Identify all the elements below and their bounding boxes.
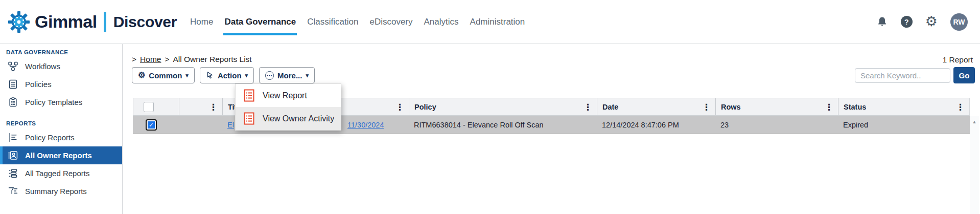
breadcrumb-separator: > bbox=[132, 55, 136, 64]
sidebar-item-label: Policy Templates bbox=[25, 98, 82, 106]
row-cell-rows: 23 bbox=[715, 116, 838, 134]
check-icon: ✓ bbox=[149, 121, 154, 129]
menu-item-view-owner-activity[interactable]: View Owner Activity bbox=[236, 107, 341, 130]
more-dropdown-button[interactable]: ⋯ More... ▾ bbox=[259, 67, 315, 83]
column-menu-icon[interactable]: ⋮ bbox=[395, 101, 404, 112]
header-cell-rows[interactable]: Rows ⋮ bbox=[716, 98, 838, 115]
more-ellipsis-icon: ⋯ bbox=[265, 71, 274, 80]
owner-card-icon bbox=[7, 151, 18, 160]
sidebar-item-all-owner-reports[interactable]: All Owner Reports bbox=[0, 146, 122, 164]
action-button-label: Action bbox=[218, 71, 242, 80]
report-count: 1 Report bbox=[943, 55, 973, 65]
app-root: Gimmal Discover Home Data Governance Cla… bbox=[0, 0, 980, 214]
chevron-down-icon: ▾ bbox=[245, 72, 248, 79]
funnel-icon bbox=[7, 186, 18, 196]
product-name: Discover bbox=[113, 13, 177, 31]
sidebar-item-label: Policy Reports bbox=[25, 133, 75, 142]
table-scrollbar[interactable]: ▲ bbox=[970, 116, 979, 214]
search-area: Go bbox=[855, 67, 975, 83]
nav-classification[interactable]: Classification bbox=[307, 15, 358, 29]
row-cell-status: Expired bbox=[838, 116, 969, 134]
help-icon[interactable]: ? bbox=[901, 16, 913, 28]
sidebar-item-label: All Owner Reports bbox=[25, 151, 92, 160]
menu-item-view-report[interactable]: View Report bbox=[236, 84, 341, 107]
row-checkbox-checked[interactable]: ✓ bbox=[147, 120, 156, 130]
row-cell-policy: RITM6638014 - Elevance Roll Off Scan bbox=[409, 116, 597, 134]
report-document-icon bbox=[244, 89, 254, 102]
go-button[interactable]: Go bbox=[953, 67, 975, 83]
nav-home[interactable]: Home bbox=[190, 15, 213, 29]
settings-gear-icon[interactable]: ⚙ bbox=[925, 15, 938, 29]
row-cell-checkbox: ✓ bbox=[133, 116, 179, 134]
gimmal-gear-logo-icon bbox=[7, 10, 31, 34]
chevron-down-icon: ▾ bbox=[306, 72, 309, 79]
sidebar-item-policies[interactable]: Policies bbox=[0, 75, 122, 93]
report-title-link[interactable]: El bbox=[227, 121, 234, 129]
sidebar-item-label: All Tagged Reports bbox=[25, 169, 89, 178]
menu-item-label: View Owner Activity bbox=[263, 114, 334, 123]
sidebar-section-reports: REPORTS bbox=[0, 117, 122, 129]
common-button-label: Common bbox=[149, 71, 182, 80]
sidebar-item-policy-reports[interactable]: Policy Reports bbox=[0, 129, 122, 146]
header-cell-checkbox bbox=[133, 98, 179, 115]
column-menu-icon[interactable]: ⋮ bbox=[702, 101, 711, 112]
report-lines-icon bbox=[7, 133, 18, 142]
search-input[interactable] bbox=[855, 68, 950, 83]
nav-analytics[interactable]: Analytics bbox=[424, 15, 459, 29]
toolbar: ⚙ Common ▾ Action ▾ ⋯ More... ▾ bbox=[132, 67, 315, 83]
sidebar-item-label: Policies bbox=[25, 80, 52, 89]
header-cell-policy[interactable]: Policy ⋮ bbox=[409, 98, 597, 115]
more-button-label: More... bbox=[277, 71, 302, 80]
sidebar-item-workflows[interactable]: Workflows bbox=[0, 57, 122, 75]
column-label-status: Status bbox=[844, 103, 866, 111]
nav-ediscovery[interactable]: eDiscovery bbox=[369, 15, 412, 29]
brand-separator bbox=[104, 12, 106, 32]
sidebar-item-all-tagged-reports[interactable]: All Tagged Reports bbox=[0, 164, 122, 182]
workflow-icon bbox=[7, 61, 18, 71]
header-cell-status[interactable]: Status ⋮ bbox=[838, 98, 969, 115]
top-bar: Gimmal Discover Home Data Governance Cla… bbox=[0, 0, 980, 44]
column-menu-icon[interactable]: ⋮ bbox=[956, 101, 965, 112]
common-dropdown-button[interactable]: ⚙ Common ▾ bbox=[132, 67, 195, 83]
header-cell-date[interactable]: Date ⋮ bbox=[597, 98, 716, 115]
sidebar-item-summary-reports[interactable]: Summary Reports bbox=[0, 182, 122, 200]
chevron-down-icon: ▾ bbox=[185, 72, 189, 79]
policies-list-icon bbox=[7, 79, 18, 89]
gimmal-logo[interactable]: Gimmal Discover bbox=[0, 10, 177, 34]
more-dropdown-menu: View Report View Owner Activity bbox=[235, 83, 341, 131]
clipboard-icon bbox=[7, 97, 18, 107]
column-label-date: Date bbox=[602, 103, 618, 111]
breadcrumb: > Home > All Owner Reports List bbox=[132, 55, 252, 64]
sidebar: DATA GOVERNANCE Workflows Policies bbox=[0, 44, 123, 214]
brand-name: Gimmal bbox=[35, 12, 97, 32]
select-all-checkbox[interactable] bbox=[144, 102, 154, 112]
scroll-up-arrow-icon[interactable]: ▲ bbox=[972, 119, 977, 124]
top-bar-actions: ? ⚙ RW bbox=[876, 13, 980, 31]
action-dropdown-button[interactable]: Action ▾ bbox=[200, 67, 254, 83]
header-cell-blank: ⋮ bbox=[179, 98, 223, 115]
report-title-link[interactable]: 11/30/2024 bbox=[347, 121, 384, 129]
breadcrumb-separator: > bbox=[165, 55, 169, 64]
main-content: > Home > All Owner Reports List 1 Report… bbox=[123, 44, 980, 214]
menu-item-label: View Report bbox=[263, 91, 307, 100]
notifications-bell-icon[interactable] bbox=[876, 16, 888, 28]
report-document-icon bbox=[244, 112, 254, 125]
sidebar-item-policy-templates[interactable]: Policy Templates bbox=[0, 93, 122, 111]
column-label-rows: Rows bbox=[721, 103, 741, 111]
sidebar-item-label: Workflows bbox=[25, 62, 60, 71]
column-label-policy: Policy bbox=[414, 103, 436, 111]
breadcrumb-current: All Owner Reports List bbox=[173, 55, 251, 64]
nav-administration[interactable]: Administration bbox=[470, 15, 525, 29]
gear-icon: ⚙ bbox=[138, 71, 145, 79]
cursor-pointer-icon bbox=[206, 71, 214, 79]
row-cell-date: 12/14/2024 8:47:06 PM bbox=[597, 116, 715, 134]
column-menu-icon[interactable]: ⋮ bbox=[584, 101, 592, 112]
breadcrumb-home-link[interactable]: Home bbox=[140, 55, 161, 64]
user-avatar[interactable]: RW bbox=[950, 13, 968, 31]
row-cell-blank bbox=[179, 116, 222, 134]
nav-data-governance[interactable]: Data Governance bbox=[224, 15, 296, 29]
sidebar-item-label: Summary Reports bbox=[25, 187, 87, 196]
column-menu-icon[interactable]: ⋮ bbox=[825, 101, 833, 112]
column-menu-icon[interactable]: ⋮ bbox=[209, 101, 218, 112]
sidebar-section-data-governance: DATA GOVERNANCE bbox=[0, 46, 122, 57]
